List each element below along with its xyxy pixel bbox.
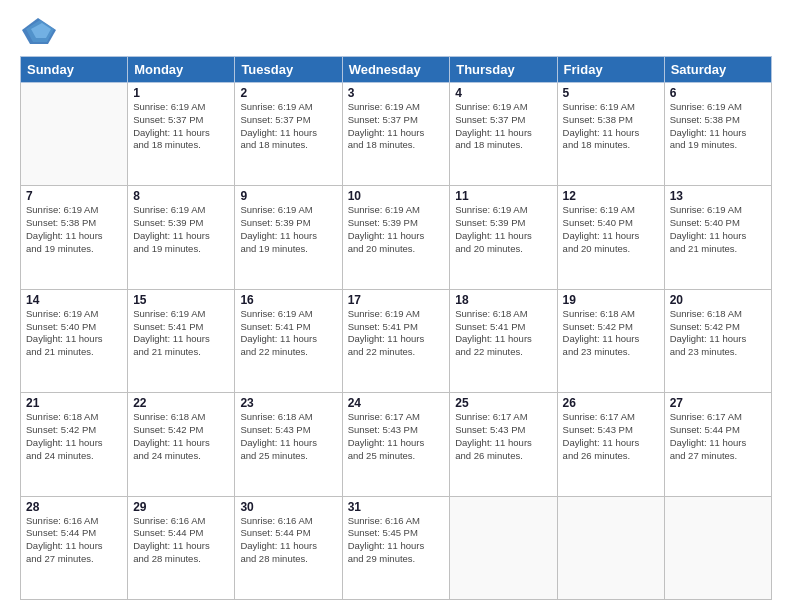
- calendar-cell: 11Sunrise: 6:19 AM Sunset: 5:39 PM Dayli…: [450, 186, 557, 289]
- day-number: 18: [455, 293, 551, 307]
- day-info: Sunrise: 6:19 AM Sunset: 5:41 PM Dayligh…: [348, 308, 445, 359]
- day-info: Sunrise: 6:17 AM Sunset: 5:43 PM Dayligh…: [455, 411, 551, 462]
- calendar-cell: 8Sunrise: 6:19 AM Sunset: 5:39 PM Daylig…: [128, 186, 235, 289]
- calendar-cell: 19Sunrise: 6:18 AM Sunset: 5:42 PM Dayli…: [557, 289, 664, 392]
- day-info: Sunrise: 6:19 AM Sunset: 5:39 PM Dayligh…: [240, 204, 336, 255]
- calendar-week-row: 28Sunrise: 6:16 AM Sunset: 5:44 PM Dayli…: [21, 496, 772, 599]
- day-number: 13: [670, 189, 766, 203]
- calendar-cell: 6Sunrise: 6:19 AM Sunset: 5:38 PM Daylig…: [664, 83, 771, 186]
- calendar-cell: [450, 496, 557, 599]
- day-info: Sunrise: 6:16 AM Sunset: 5:44 PM Dayligh…: [133, 515, 229, 566]
- day-number: 17: [348, 293, 445, 307]
- calendar-cell: 18Sunrise: 6:18 AM Sunset: 5:41 PM Dayli…: [450, 289, 557, 392]
- day-info: Sunrise: 6:17 AM Sunset: 5:43 PM Dayligh…: [348, 411, 445, 462]
- calendar-cell: 4Sunrise: 6:19 AM Sunset: 5:37 PM Daylig…: [450, 83, 557, 186]
- day-number: 15: [133, 293, 229, 307]
- calendar-day-header: Monday: [128, 57, 235, 83]
- calendar-cell: 1Sunrise: 6:19 AM Sunset: 5:37 PM Daylig…: [128, 83, 235, 186]
- calendar-header-row: SundayMondayTuesdayWednesdayThursdayFrid…: [21, 57, 772, 83]
- calendar-week-row: 7Sunrise: 6:19 AM Sunset: 5:38 PM Daylig…: [21, 186, 772, 289]
- calendar-cell: 17Sunrise: 6:19 AM Sunset: 5:41 PM Dayli…: [342, 289, 450, 392]
- calendar-cell: 12Sunrise: 6:19 AM Sunset: 5:40 PM Dayli…: [557, 186, 664, 289]
- calendar-day-header: Tuesday: [235, 57, 342, 83]
- calendar-cell: 28Sunrise: 6:16 AM Sunset: 5:44 PM Dayli…: [21, 496, 128, 599]
- day-info: Sunrise: 6:16 AM Sunset: 5:45 PM Dayligh…: [348, 515, 445, 566]
- day-info: Sunrise: 6:19 AM Sunset: 5:37 PM Dayligh…: [348, 101, 445, 152]
- day-number: 2: [240, 86, 336, 100]
- day-number: 1: [133, 86, 229, 100]
- day-number: 7: [26, 189, 122, 203]
- calendar-cell: 7Sunrise: 6:19 AM Sunset: 5:38 PM Daylig…: [21, 186, 128, 289]
- day-info: Sunrise: 6:19 AM Sunset: 5:41 PM Dayligh…: [133, 308, 229, 359]
- day-info: Sunrise: 6:19 AM Sunset: 5:39 PM Dayligh…: [455, 204, 551, 255]
- calendar-cell: 20Sunrise: 6:18 AM Sunset: 5:42 PM Dayli…: [664, 289, 771, 392]
- day-number: 27: [670, 396, 766, 410]
- calendar-cell: 24Sunrise: 6:17 AM Sunset: 5:43 PM Dayli…: [342, 393, 450, 496]
- header: [20, 16, 772, 46]
- calendar-cell: [664, 496, 771, 599]
- calendar-cell: 29Sunrise: 6:16 AM Sunset: 5:44 PM Dayli…: [128, 496, 235, 599]
- day-number: 3: [348, 86, 445, 100]
- day-info: Sunrise: 6:19 AM Sunset: 5:37 PM Dayligh…: [240, 101, 336, 152]
- calendar-cell: 26Sunrise: 6:17 AM Sunset: 5:43 PM Dayli…: [557, 393, 664, 496]
- day-number: 10: [348, 189, 445, 203]
- day-info: Sunrise: 6:18 AM Sunset: 5:42 PM Dayligh…: [133, 411, 229, 462]
- day-number: 20: [670, 293, 766, 307]
- day-info: Sunrise: 6:17 AM Sunset: 5:43 PM Dayligh…: [563, 411, 659, 462]
- calendar-cell: 13Sunrise: 6:19 AM Sunset: 5:40 PM Dayli…: [664, 186, 771, 289]
- calendar-cell: 9Sunrise: 6:19 AM Sunset: 5:39 PM Daylig…: [235, 186, 342, 289]
- calendar-cell: 31Sunrise: 6:16 AM Sunset: 5:45 PM Dayli…: [342, 496, 450, 599]
- day-info: Sunrise: 6:16 AM Sunset: 5:44 PM Dayligh…: [26, 515, 122, 566]
- day-info: Sunrise: 6:19 AM Sunset: 5:38 PM Dayligh…: [563, 101, 659, 152]
- calendar-cell: 16Sunrise: 6:19 AM Sunset: 5:41 PM Dayli…: [235, 289, 342, 392]
- calendar-day-header: Wednesday: [342, 57, 450, 83]
- calendar-cell: [21, 83, 128, 186]
- day-info: Sunrise: 6:19 AM Sunset: 5:39 PM Dayligh…: [348, 204, 445, 255]
- day-number: 9: [240, 189, 336, 203]
- calendar-day-header: Saturday: [664, 57, 771, 83]
- day-number: 4: [455, 86, 551, 100]
- day-number: 5: [563, 86, 659, 100]
- calendar-week-row: 21Sunrise: 6:18 AM Sunset: 5:42 PM Dayli…: [21, 393, 772, 496]
- day-number: 11: [455, 189, 551, 203]
- day-info: Sunrise: 6:19 AM Sunset: 5:38 PM Dayligh…: [26, 204, 122, 255]
- calendar-cell: 25Sunrise: 6:17 AM Sunset: 5:43 PM Dayli…: [450, 393, 557, 496]
- calendar-cell: [557, 496, 664, 599]
- day-number: 8: [133, 189, 229, 203]
- day-info: Sunrise: 6:19 AM Sunset: 5:37 PM Dayligh…: [133, 101, 229, 152]
- day-number: 21: [26, 396, 122, 410]
- day-number: 6: [670, 86, 766, 100]
- day-number: 24: [348, 396, 445, 410]
- day-number: 19: [563, 293, 659, 307]
- day-number: 26: [563, 396, 659, 410]
- calendar-cell: 15Sunrise: 6:19 AM Sunset: 5:41 PM Dayli…: [128, 289, 235, 392]
- day-number: 29: [133, 500, 229, 514]
- day-number: 22: [133, 396, 229, 410]
- day-number: 28: [26, 500, 122, 514]
- day-info: Sunrise: 6:19 AM Sunset: 5:40 PM Dayligh…: [26, 308, 122, 359]
- day-number: 25: [455, 396, 551, 410]
- day-info: Sunrise: 6:19 AM Sunset: 5:38 PM Dayligh…: [670, 101, 766, 152]
- day-info: Sunrise: 6:19 AM Sunset: 5:37 PM Dayligh…: [455, 101, 551, 152]
- day-info: Sunrise: 6:18 AM Sunset: 5:41 PM Dayligh…: [455, 308, 551, 359]
- day-number: 31: [348, 500, 445, 514]
- day-number: 30: [240, 500, 336, 514]
- day-info: Sunrise: 6:19 AM Sunset: 5:40 PM Dayligh…: [563, 204, 659, 255]
- day-number: 12: [563, 189, 659, 203]
- calendar-table: SundayMondayTuesdayWednesdayThursdayFrid…: [20, 56, 772, 600]
- day-info: Sunrise: 6:18 AM Sunset: 5:43 PM Dayligh…: [240, 411, 336, 462]
- calendar-cell: 14Sunrise: 6:19 AM Sunset: 5:40 PM Dayli…: [21, 289, 128, 392]
- calendar-cell: 3Sunrise: 6:19 AM Sunset: 5:37 PM Daylig…: [342, 83, 450, 186]
- calendar-day-header: Thursday: [450, 57, 557, 83]
- calendar-week-row: 1Sunrise: 6:19 AM Sunset: 5:37 PM Daylig…: [21, 83, 772, 186]
- day-info: Sunrise: 6:18 AM Sunset: 5:42 PM Dayligh…: [670, 308, 766, 359]
- day-info: Sunrise: 6:18 AM Sunset: 5:42 PM Dayligh…: [26, 411, 122, 462]
- page: SundayMondayTuesdayWednesdayThursdayFrid…: [0, 0, 792, 612]
- calendar-cell: 2Sunrise: 6:19 AM Sunset: 5:37 PM Daylig…: [235, 83, 342, 186]
- calendar-day-header: Sunday: [21, 57, 128, 83]
- day-number: 16: [240, 293, 336, 307]
- day-info: Sunrise: 6:19 AM Sunset: 5:41 PM Dayligh…: [240, 308, 336, 359]
- day-info: Sunrise: 6:16 AM Sunset: 5:44 PM Dayligh…: [240, 515, 336, 566]
- day-info: Sunrise: 6:17 AM Sunset: 5:44 PM Dayligh…: [670, 411, 766, 462]
- calendar-cell: 30Sunrise: 6:16 AM Sunset: 5:44 PM Dayli…: [235, 496, 342, 599]
